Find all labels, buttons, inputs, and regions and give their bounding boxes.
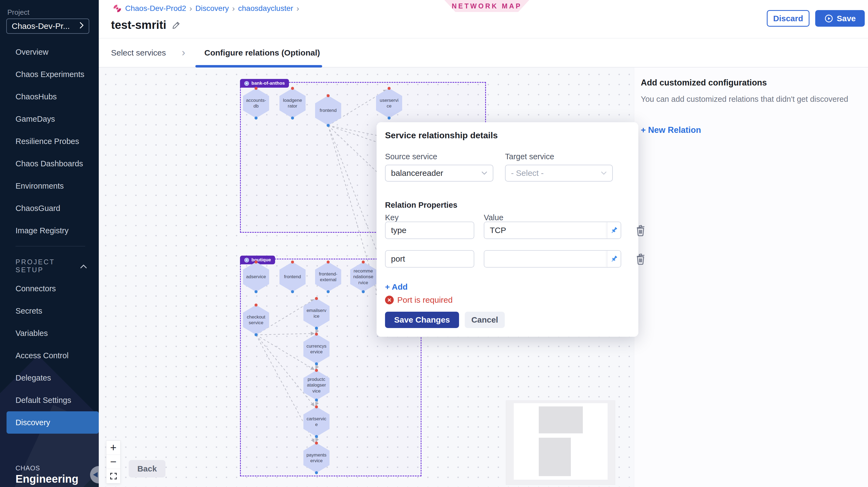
sidebar-item-resilience-probes[interactable]: Resilience Probes xyxy=(0,130,99,152)
breadcrumb-links: Chaos-Dev-Prod2›Discovery›chaosdaycluste… xyxy=(125,4,299,13)
main-area: Chaos-Dev-Prod2›Discovery›chaosdaycluste… xyxy=(99,0,868,487)
project-name: Chaos-Dev-Pr... xyxy=(12,22,70,31)
service-node-productcatalogservice[interactable]: productcatalogservice xyxy=(303,370,330,400)
breadcrumb-link-chaosdaycluster[interactable]: chaosdaycluster xyxy=(238,4,293,13)
sidebar-item-gamedays[interactable]: GameDays xyxy=(0,108,99,130)
service-node-accounts-db[interactable]: accounts-db xyxy=(243,88,269,118)
key-input-type[interactable] xyxy=(385,221,474,239)
sidebar-item-connectors[interactable]: Connectors xyxy=(0,277,99,300)
service-node-frontend[interactable]: frontend xyxy=(315,96,341,125)
sidebar-item-chaos-experiments[interactable]: Chaos Experiments xyxy=(0,63,99,86)
ingress-port-dot xyxy=(315,442,318,445)
breadcrumb-separator: › xyxy=(232,4,235,13)
sidebar-item-delegates[interactable]: Delegates xyxy=(0,367,99,389)
sidebar-item-environments[interactable]: Environments xyxy=(0,175,99,197)
save-changes-button[interactable]: Save Changes xyxy=(385,312,459,328)
service-node-emailservice[interactable]: emailservice xyxy=(303,298,330,328)
value-input-type[interactable] xyxy=(484,222,607,239)
ingress-port-dot xyxy=(315,297,318,300)
back-button[interactable]: Back xyxy=(129,460,165,478)
ingress-port-dot xyxy=(315,333,318,336)
pin-icon[interactable] xyxy=(607,251,621,267)
sidebar-section-project-setup[interactable]: PROJECT SETUP xyxy=(16,258,87,274)
service-node-label: frontend-external xyxy=(315,262,341,292)
service-node-adservice[interactable]: adservice xyxy=(243,262,269,292)
fit-view-button[interactable] xyxy=(106,469,120,483)
chevron-up-icon xyxy=(80,262,87,270)
sidebar-collapse-button[interactable] xyxy=(90,466,99,483)
value-input-port[interactable] xyxy=(484,251,607,267)
ingress-port-dot xyxy=(327,94,330,97)
discard-button[interactable]: Discard xyxy=(767,10,809,27)
sidebar-item-default-settings[interactable]: Default Settings xyxy=(0,389,99,411)
service-node-loadgenerator[interactable]: loadgenerator xyxy=(279,88,306,118)
egress-port-dot xyxy=(255,290,258,293)
brand-chaos-label: CHAOS xyxy=(16,464,79,472)
sidebar-item-variables[interactable]: Variables xyxy=(0,322,99,344)
service-node-recommendationservice[interactable]: recommendationservice xyxy=(350,262,376,292)
relation-property-row xyxy=(377,250,638,268)
tab-select-services[interactable]: Select services xyxy=(111,38,166,67)
zoom-out-button[interactable]: − xyxy=(106,455,120,469)
sidebar-item-overview[interactable]: Overview xyxy=(0,41,99,63)
sidebar-item-image-registry[interactable]: Image Registry xyxy=(0,219,99,242)
pin-icon[interactable] xyxy=(607,222,621,239)
service-node-label: frontend xyxy=(315,96,341,125)
service-node-currencyservice[interactable]: currencyservice xyxy=(303,334,330,364)
sidebar: Project Chaos-Dev-Pr... OverviewChaos Ex… xyxy=(0,0,99,487)
ingress-port-dot xyxy=(327,261,330,264)
service-node-frontend-external[interactable]: frontend-external xyxy=(315,262,341,292)
delete-row-button[interactable] xyxy=(634,252,647,266)
minimap[interactable] xyxy=(506,401,615,485)
tab-configure-relations[interactable]: Configure relations (Optional) xyxy=(204,38,320,67)
validation-error: ✕ Port is required xyxy=(385,295,453,305)
ingress-port-dot xyxy=(362,261,365,264)
service-node-frontend[interactable]: frontend xyxy=(279,262,306,292)
breadcrumb-link-discovery[interactable]: Discovery xyxy=(195,4,229,13)
breadcrumb-link-chaos-dev-prod2[interactable]: Chaos-Dev-Prod2 xyxy=(125,4,186,13)
service-node-userservice[interactable]: userservice xyxy=(376,88,402,118)
brand-logo: CHAOS Engineering xyxy=(16,464,79,485)
error-text: Port is required xyxy=(397,295,453,305)
target-service-placeholder: - Select - xyxy=(511,169,544,178)
source-service-select[interactable]: balancereader xyxy=(385,165,493,182)
project-selector[interactable]: Chaos-Dev-Pr... xyxy=(6,19,89,34)
egress-port-dot xyxy=(291,117,294,120)
sidebar-item-secrets[interactable]: Secrets xyxy=(0,300,99,322)
key-input-port[interactable] xyxy=(385,250,474,268)
save-button[interactable]: Save xyxy=(815,10,865,27)
app-root: Project Chaos-Dev-Pr... OverviewChaos Ex… xyxy=(0,0,868,487)
minimap-cluster-rect xyxy=(539,406,583,433)
zoom-in-button[interactable]: + xyxy=(106,441,120,455)
target-service-select[interactable]: - Select - xyxy=(505,165,613,182)
cancel-button[interactable]: Cancel xyxy=(465,312,505,328)
delete-row-button[interactable] xyxy=(634,224,647,237)
breadcrumb-separator: › xyxy=(296,4,299,13)
chaos-logo-icon xyxy=(113,4,122,13)
service-node-paymentservice[interactable]: paymentservice xyxy=(303,443,330,473)
service-node-label: productcatalogservice xyxy=(303,370,330,400)
save-button-label: Save xyxy=(837,14,856,23)
sidebar-item-chaos-dashboards[interactable]: Chaos Dashboards xyxy=(0,152,99,175)
sidebar-item-discovery[interactable]: Discovery xyxy=(6,411,99,434)
source-service-value: balancereader xyxy=(391,169,443,178)
minimap-cluster-rect xyxy=(539,438,571,476)
target-service-label: Target service xyxy=(505,152,554,161)
network-map-ribbon: NETWORK MAP xyxy=(444,0,529,12)
service-node-cartservice[interactable]: cartservice xyxy=(303,407,330,437)
service-node-checkoutservice[interactable]: checkoutservice xyxy=(243,305,269,335)
new-relation-button[interactable]: + New Relation xyxy=(641,125,701,135)
service-node-label: adservice xyxy=(243,262,269,292)
sidebar-item-access-control[interactable]: Access Control xyxy=(0,344,99,367)
edit-pencil-icon[interactable] xyxy=(172,21,181,30)
sidebar-item-chaosguard[interactable]: ChaosGuard xyxy=(0,197,99,219)
service-node-label: cartservice xyxy=(303,407,330,437)
egress-port-dot xyxy=(315,435,318,438)
add-property-button[interactable]: + Add xyxy=(385,282,408,292)
sidebar-item-chaoshubs[interactable]: ChaosHubs xyxy=(0,86,99,108)
breadcrumb-separator: › xyxy=(189,4,192,13)
value-column-label: Value xyxy=(484,213,503,222)
active-tab-underline xyxy=(195,65,322,67)
service-node-label: emailservice xyxy=(303,298,330,328)
egress-port-dot xyxy=(255,333,258,336)
